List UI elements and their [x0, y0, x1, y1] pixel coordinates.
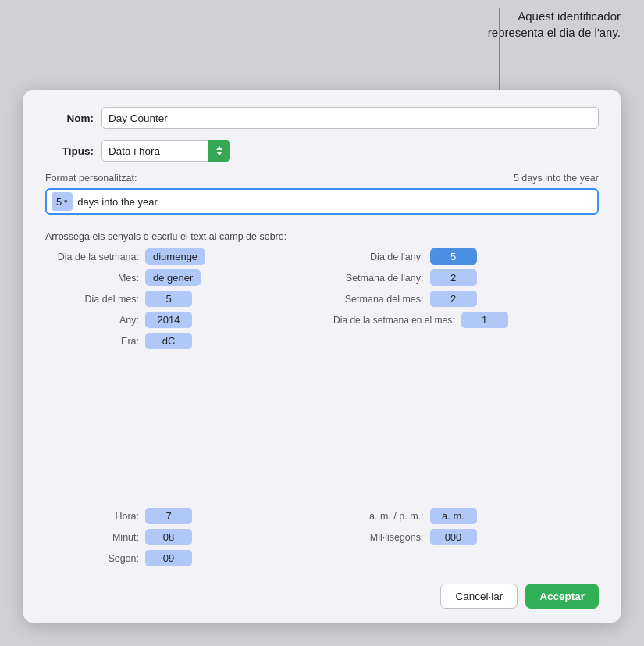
time-left: Hora: 7 Minut: 08 Segon: 09 — [45, 508, 315, 566]
milisegons-chip[interactable]: 000 — [430, 529, 477, 545]
arrow-up-icon — [216, 146, 222, 150]
any-label: Any: — [45, 315, 139, 326]
dia-any-chip[interactable]: 5 — [430, 248, 477, 265]
am-pm-row: a. m. / p. m.: a. m. — [330, 508, 600, 524]
format-header-row: Format personalitzat: 5 days into the ye… — [45, 173, 599, 184]
milisegons-row: Mil·lisegons: 000 — [330, 529, 600, 545]
nom-label: Nom: — [45, 112, 94, 124]
dia-setmana-mes-chip[interactable]: 1 — [461, 312, 508, 328]
dialog: Nom: Tipus: Data i hora Format personali… — [23, 90, 621, 623]
format-preview: 5 days into the year — [514, 173, 599, 184]
dialog-top: Nom: Tipus: Data i hora — [23, 90, 621, 173]
date-tokens-left: Dia de la setmana: diumenge Mes: de gene… — [45, 248, 315, 349]
setmana-any-row: Setmana de l'any: 2 — [330, 269, 600, 286]
token-grid: Dia de la setmana: diumenge Mes: de gene… — [45, 248, 599, 349]
tooltip-line1: Aquest identificador — [488, 8, 621, 24]
am-pm-label: a. m. / p. m.: — [330, 511, 424, 522]
time-grid: Hora: 7 Minut: 08 Segon: 09 a. m. / p. m… — [45, 508, 599, 566]
segon-label: Segon: — [45, 553, 139, 564]
nom-input[interactable] — [101, 107, 599, 129]
any-chip[interactable]: 2014 — [145, 312, 192, 328]
drag-hint: Arrossega els senyals o escriu el text a… — [23, 223, 621, 248]
minut-chip[interactable]: 08 — [145, 529, 192, 545]
dia-setmana-label: Dia de la setmana: — [45, 252, 139, 262]
format-label: Format personalitzat: — [45, 173, 137, 184]
era-chip[interactable]: dC — [145, 333, 192, 349]
setmana-mes-row: Setmana del mes: 2 — [330, 291, 600, 307]
tooltip-line2: representa el dia de l'any. — [488, 24, 621, 41]
tipus-stepper-button[interactable] — [208, 140, 230, 162]
minut-label: Minut: — [45, 532, 139, 543]
dia-setmana-mes-row: Dia de la setmana en el mes: 1 — [330, 312, 600, 328]
time-section: Hora: 7 Minut: 08 Segon: 09 a. m. / p. m… — [23, 498, 621, 574]
dia-setmana-row: Dia de la setmana: diumenge — [45, 248, 315, 265]
dia-setmana-chip[interactable]: diumenge — [145, 248, 205, 265]
tipus-select-wrapper: Data i hora — [101, 140, 230, 162]
segon-row: Segon: 09 — [45, 550, 315, 566]
token-grid-section: Dia de la setmana: diumenge Mes: de gene… — [23, 248, 621, 498]
format-text-days: days into the year — [76, 196, 158, 208]
hora-label: Hora: — [45, 511, 139, 522]
cancel-button[interactable]: Cancel·lar — [440, 584, 518, 609]
am-pm-chip[interactable]: a. m. — [430, 508, 477, 524]
dia-any-row: Dia de l'any: 5 — [330, 248, 600, 265]
setmana-any-chip[interactable]: 2 — [430, 269, 477, 286]
format-token-chevron-icon: ▾ — [64, 198, 68, 205]
dia-setmana-mes-label: Dia de la setmana en el mes: — [330, 315, 455, 326]
dia-mes-chip[interactable]: 5 — [145, 291, 192, 307]
format-input-bar[interactable]: 5 ▾ days into the year — [45, 188, 599, 215]
dialog-footer: Cancel·lar Acceptar — [23, 574, 621, 623]
milisegons-label: Mil·lisegons: — [330, 532, 424, 543]
setmana-mes-label: Setmana del mes: — [330, 294, 424, 305]
arrow-down-icon — [216, 152, 222, 155]
format-token-day[interactable]: 5 ▾ — [52, 192, 73, 211]
minut-row: Minut: 08 — [45, 529, 315, 545]
tipus-row: Tipus: Data i hora — [45, 140, 599, 162]
hora-row: Hora: 7 — [45, 508, 315, 524]
tipus-label: Tipus: — [45, 145, 94, 157]
accept-button[interactable]: Acceptar — [525, 584, 599, 609]
mes-label: Mes: — [45, 273, 139, 284]
dia-any-label: Dia de l'any: — [330, 252, 424, 262]
format-token-day-value: 5 — [56, 196, 62, 208]
any-row: Any: 2014 — [45, 312, 315, 328]
dia-mes-label: Dia del mes: — [45, 294, 139, 305]
time-right: a. m. / p. m.: a. m. Mil·lisegons: 000 — [330, 508, 600, 566]
tooltip: Aquest identificador representa el dia d… — [488, 8, 621, 41]
era-row: Era: dC — [45, 333, 315, 349]
setmana-any-label: Setmana de l'any: — [330, 273, 424, 284]
mes-row: Mes: de gener — [45, 269, 315, 286]
setmana-mes-chip[interactable]: 2 — [430, 291, 477, 307]
nom-row: Nom: — [45, 107, 599, 129]
mes-chip[interactable]: de gener — [145, 269, 201, 286]
era-label: Era: — [45, 336, 139, 347]
hora-chip[interactable]: 7 — [145, 508, 192, 524]
dia-mes-row: Dia del mes: 5 — [45, 291, 315, 307]
segon-chip[interactable]: 09 — [145, 550, 192, 566]
date-tokens-right: Dia de l'any: 5 Setmana de l'any: 2 Setm… — [330, 248, 600, 349]
format-section: Format personalitzat: 5 days into the ye… — [23, 173, 621, 223]
